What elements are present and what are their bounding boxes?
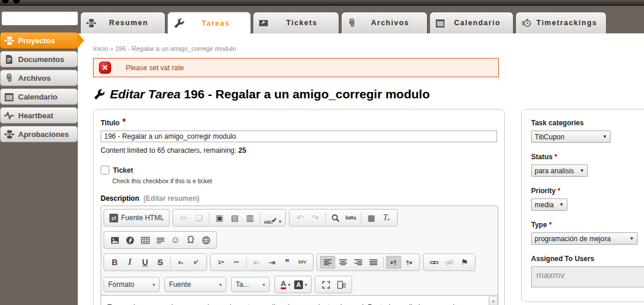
- titulo-input[interactable]: [101, 131, 497, 142]
- redo-button[interactable]: ↷: [308, 211, 323, 224]
- sidebar-item-label: Documentos: [18, 55, 64, 64]
- paste-as-text-button[interactable]: ▤: [227, 211, 242, 224]
- insert-image-button[interactable]: [107, 234, 122, 246]
- titulo-label: Titulo: [101, 119, 119, 127]
- editor-toolbar-row-4: Formato ▾ Fuente ▾ Ta... ▾: [101, 273, 498, 295]
- font-dropdown[interactable]: Fuente ▾: [164, 277, 226, 292]
- copy-button[interactable]: ❏: [191, 211, 206, 224]
- tab-label: Timetrackings: [531, 19, 606, 27]
- status-select[interactable]: para analisis ▼: [531, 165, 588, 177]
- outdent-button[interactable]: ⇤: [249, 256, 264, 269]
- unlink-button[interactable]: [442, 256, 457, 269]
- show-blocks-button[interactable]: [333, 278, 349, 291]
- ordered-list-button[interactable]: 1=: [213, 256, 229, 269]
- sidebar-search-input[interactable]: [2, 12, 78, 25]
- insert-table-button[interactable]: [137, 234, 153, 246]
- paste-from-word-button[interactable]: ▥: [242, 211, 257, 224]
- sidebar-item-calendario[interactable]: Calendario: [0, 88, 78, 105]
- tab-tickets[interactable]: Tickets: [253, 12, 339, 33]
- sidebar-item-heartbeat[interactable]: Heartbeat: [0, 107, 78, 124]
- align-justify-button[interactable]: [366, 256, 381, 269]
- align-center-button[interactable]: [335, 256, 350, 269]
- sidebar-item-label: Archivos: [18, 74, 51, 83]
- source-html-button[interactable]: ⇄ Fuente HTML: [107, 214, 166, 222]
- align-left-button[interactable]: [320, 256, 335, 269]
- tab-resumen[interactable]: Resumen: [80, 12, 166, 33]
- cut-button[interactable]: ✂: [176, 211, 191, 224]
- sidebar-item-aprobaciones[interactable]: Aprobaciones: [0, 126, 78, 142]
- spellcheck-button[interactable]: ABC ✔ ▾: [263, 211, 282, 224]
- undo-button[interactable]: ↶: [292, 211, 308, 224]
- paste-button[interactable]: ▣: [212, 211, 227, 224]
- heartbeat-icon: [4, 111, 14, 121]
- tab-tareas[interactable]: Tareas: [167, 12, 251, 34]
- tab-calendario[interactable]: Calendario: [429, 12, 514, 33]
- tab-archivos[interactable]: Archivos: [341, 12, 428, 33]
- background-color-button[interactable]: A ▾: [293, 278, 308, 291]
- tab-label: Archivos: [357, 19, 427, 27]
- align-right-button[interactable]: [350, 256, 366, 269]
- tab-label: Calendario: [445, 19, 513, 27]
- check-icon: ✔: [272, 217, 277, 224]
- horizontal-rule-button[interactable]: [153, 234, 168, 246]
- source-label: Fuente HTML: [121, 214, 164, 222]
- stopwatch-icon: [521, 18, 531, 28]
- required-asterisk: *: [122, 117, 126, 127]
- insert-flash-button[interactable]: [122, 234, 137, 246]
- editor-content-area[interactable]: En ocasiones cuando un usuario regala a …: [101, 295, 498, 305]
- edit-summary-link[interactable]: (Editar resumen): [143, 194, 199, 203]
- div-container-button[interactable]: DIV: [295, 256, 310, 269]
- task-categories-select[interactable]: TitiCupon ▼: [531, 131, 611, 143]
- remove-format-button[interactable]: Tₓ: [379, 211, 394, 224]
- size-dropdown[interactable]: Ta... ▾: [231, 277, 270, 292]
- breadcrumb[interactable]: Inicio » 196 - Regalar a un amigo_correg…: [93, 45, 644, 52]
- assigned-users-select[interactable]: maxmv: [531, 266, 644, 287]
- link-button[interactable]: [426, 256, 442, 269]
- tab-timetrackings[interactable]: Timetrackings: [515, 12, 607, 33]
- sidebar-item-documentos[interactable]: Documentos: [0, 51, 78, 67]
- sidebar-item-label: Heartbeat: [18, 111, 53, 120]
- underline-button[interactable]: U: [137, 256, 153, 269]
- projects-icon: [4, 36, 14, 46]
- anchor-button[interactable]: ⚑: [457, 256, 472, 269]
- text-color-button[interactable]: A ▾: [278, 278, 293, 291]
- text-direction-rtl-button[interactable]: ¶◂: [401, 256, 416, 269]
- smiley-button[interactable]: ☺: [168, 234, 183, 246]
- select-all-button[interactable]: ▦: [364, 211, 379, 224]
- source-icon: ⇄: [109, 214, 118, 222]
- maximize-button[interactable]: [318, 278, 333, 291]
- align-center-icon: [339, 258, 347, 267]
- ticket-label: Ticket: [113, 166, 133, 174]
- superscript-button[interactable]: x²: [188, 256, 204, 269]
- wrench-icon: [93, 88, 105, 101]
- strikethrough-button[interactable]: S: [153, 256, 168, 269]
- format-dropdown[interactable]: Formato ▾: [104, 277, 160, 292]
- scroll-up-button[interactable]: ▲: [489, 296, 498, 305]
- assigned-user-item[interactable]: maxmv: [536, 270, 564, 280]
- size-dropdown-label: Ta...: [236, 280, 249, 289]
- unlink-icon: [445, 258, 454, 267]
- ticket-checkbox[interactable]: [101, 166, 109, 174]
- blockquote-button[interactable]: ❞: [280, 256, 295, 269]
- iframe-button[interactable]: [198, 234, 213, 246]
- priority-select[interactable]: media ▼: [531, 198, 567, 211]
- editor-scrollbar[interactable]: ▲: [488, 296, 497, 305]
- bold-button[interactable]: B: [107, 256, 122, 269]
- type-select[interactable]: programación de mejora ▼: [531, 232, 638, 245]
- replace-button[interactable]: b⇄a: [343, 211, 359, 224]
- indent-button[interactable]: ⇥: [264, 256, 280, 269]
- editor-content-text: En ocasiones cuando un usuario regala a …: [101, 296, 498, 305]
- italic-button[interactable]: I: [122, 256, 137, 269]
- text-direction-ltr-button[interactable]: ▸¶: [386, 256, 401, 269]
- description-label: Description: [101, 194, 139, 203]
- flash-icon: [126, 236, 135, 245]
- sidebar-item-proyectos[interactable]: Proyectos: [0, 32, 78, 49]
- chrome-dot: [13, 0, 20, 4]
- sidebar-item-archivos[interactable]: Archivos: [0, 70, 78, 86]
- bullet-list-button[interactable]: •=: [229, 256, 244, 269]
- find-button[interactable]: [328, 211, 343, 224]
- subscript-button[interactable]: x₂: [173, 256, 188, 269]
- special-char-button[interactable]: Ω: [183, 234, 198, 246]
- tab-bar: Resumen Tareas Tickets Archivos Calendar…: [80, 12, 607, 34]
- required-asterisk: *: [555, 153, 557, 161]
